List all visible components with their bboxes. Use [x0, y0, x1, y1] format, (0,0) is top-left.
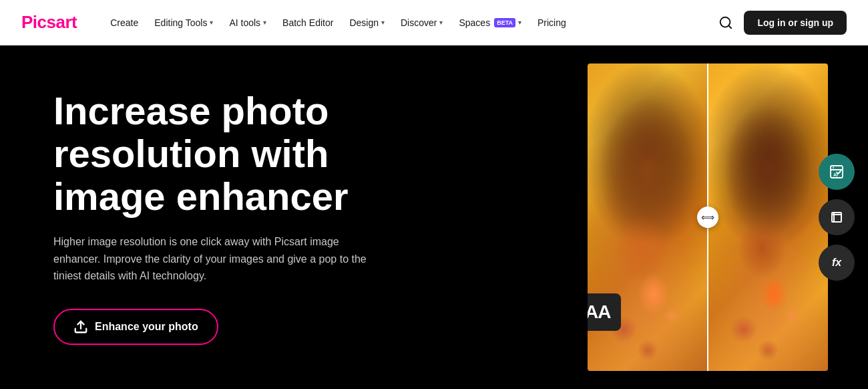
- hero-text-block: Increase photo resolution with image enh…: [53, 90, 441, 345]
- chevron-down-icon: ▾: [518, 19, 521, 26]
- nav-item-ai-tools[interactable]: AI tools ▾: [222, 13, 273, 32]
- ai-image-icon: AI: [829, 164, 845, 180]
- arrows-icon: ⟺: [701, 212, 714, 223]
- hero-section: Increase photo resolution with image enh…: [0, 45, 868, 389]
- nav-item-editing-tools[interactable]: Editing Tools ▾: [148, 13, 220, 32]
- search-icon: [718, 15, 733, 30]
- chevron-down-icon: ▾: [381, 19, 385, 26]
- fx-label: fx: [832, 257, 841, 269]
- search-button[interactable]: [718, 15, 733, 30]
- crop-tool-button[interactable]: [819, 199, 855, 235]
- photo-after: [708, 63, 828, 371]
- hero-subtitle: Higher image resolution is one click awa…: [53, 233, 374, 285]
- fx-tool-button[interactable]: fx: [819, 245, 855, 281]
- nav-item-pricing[interactable]: Pricing: [531, 13, 573, 32]
- comparison-handle[interactable]: ⟺: [697, 207, 718, 228]
- ai-enhance-tool-button[interactable]: AI: [819, 154, 855, 190]
- logo[interactable]: Picsart: [21, 12, 77, 33]
- login-button[interactable]: Log in or sign up: [744, 11, 847, 35]
- chevron-down-icon: ▾: [263, 19, 266, 26]
- aa-badge: AA: [588, 293, 621, 331]
- crop-icon: [829, 209, 845, 225]
- shirt-overlay-right: [708, 233, 828, 371]
- chevron-down-icon: ▾: [439, 19, 443, 26]
- svg-point-4: [833, 167, 834, 168]
- person-overlay-right: [708, 63, 828, 371]
- nav-item-discover[interactable]: Discover ▾: [394, 13, 449, 32]
- upload-icon: [73, 319, 88, 334]
- hero-image-area: ⟺ AA AI: [494, 45, 868, 389]
- chevron-down-icon: ▾: [210, 19, 213, 26]
- nav-right: Log in or sign up: [718, 11, 847, 35]
- tool-icons-panel: AI fx: [819, 154, 855, 281]
- nav-item-design[interactable]: Design ▾: [343, 13, 391, 32]
- nav-links: Create Editing Tools ▾ AI tools ▾ Batch …: [103, 13, 718, 32]
- nav-item-spaces[interactable]: Spaces BETA ▾: [452, 13, 528, 32]
- nav-item-create[interactable]: Create: [103, 13, 145, 32]
- photo-comparison: ⟺ AA: [588, 63, 828, 371]
- navbar: Picsart Create Editing Tools ▾ AI tools …: [0, 0, 868, 45]
- beta-badge: BETA: [494, 18, 515, 27]
- svg-line-1: [729, 25, 732, 28]
- hero-title: Increase photo resolution with image enh…: [53, 90, 441, 217]
- enhance-button[interactable]: Enhance your photo: [53, 309, 218, 345]
- nav-item-batch-editor[interactable]: Batch Editor: [276, 13, 340, 32]
